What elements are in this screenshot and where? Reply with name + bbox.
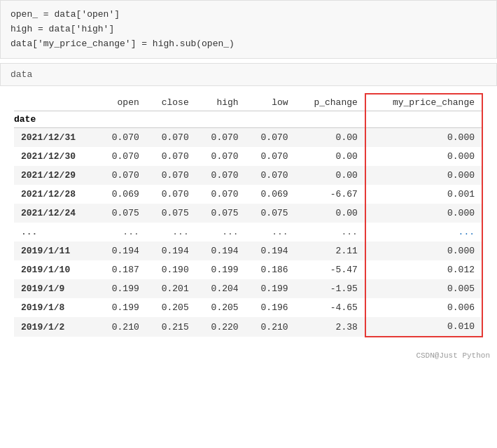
table-header-row: open close high low p_change my_price_ch… [14, 94, 482, 111]
watermark: CSDN@Just Python [0, 351, 497, 363]
table-row: 2021/12/290.0700.0700.0700.0700.000.000 [14, 166, 482, 185]
col-header-close: close [146, 94, 196, 111]
code-line-1: open_ = data['open'] [10, 8, 486, 22]
data-label-block: data [0, 63, 497, 86]
code-line-3: data['my_price_change'] = high.sub(open_… [10, 37, 486, 52]
data-label: data [10, 69, 32, 80]
data-table: open close high low p_change my_price_ch… [14, 93, 483, 337]
col-header-p-change: p_change [295, 94, 365, 111]
table-row: 2021/12/300.0700.0700.0700.0700.000.000 [14, 147, 482, 166]
table-row: 2021/12/240.0750.0750.0750.0750.000.000 [14, 204, 482, 223]
col-header-high: high [196, 94, 246, 111]
table-row: 2019/1/100.1870.1900.1990.186-5.470.012 [14, 260, 482, 279]
table-row: 2021/12/310.0700.0700.0700.0700.000.000 [14, 128, 482, 148]
table-row: 2019/1/80.1990.2050.2050.196-4.650.006 [14, 298, 482, 317]
col-header-open: open [97, 94, 146, 111]
col-header-low: low [246, 94, 295, 111]
table-date-header-row: date [14, 111, 482, 128]
table-row: ..................... [14, 223, 482, 241]
col-header-my-price-change: my_price_change [365, 94, 482, 111]
code-block: open_ = data['open'] high = data['high']… [0, 0, 497, 59]
table-row: 2019/1/90.1990.2010.2040.199-1.950.005 [14, 279, 482, 298]
table-area: open close high low p_change my_price_ch… [0, 86, 497, 351]
table-row: 2019/1/110.1940.1940.1940.1942.110.000 [14, 241, 482, 260]
col-date-label: date [14, 111, 97, 128]
table-row: 2021/12/280.0690.0700.0700.069-6.670.001 [14, 185, 482, 204]
code-line-2: high = data['high'] [10, 22, 486, 37]
table-row: 2019/1/20.2100.2150.2200.2102.380.010 [14, 317, 482, 337]
col-header-empty [14, 94, 97, 111]
